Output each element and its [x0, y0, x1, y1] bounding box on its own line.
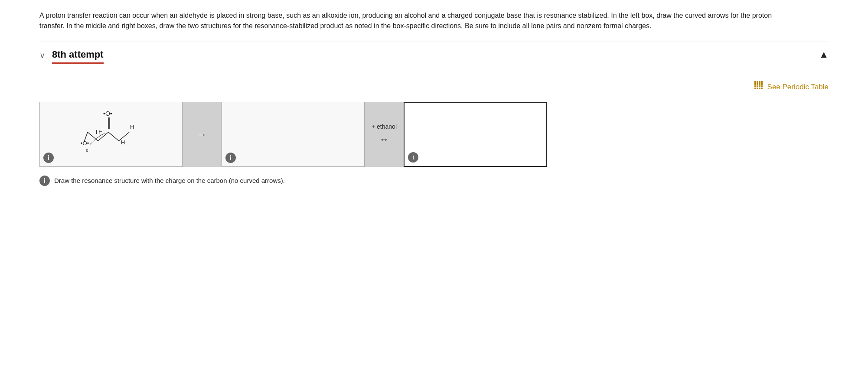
double-arrow-symbol: ↔: [379, 132, 389, 146]
svg-rect-7: [761, 83, 763, 85]
section-divider: [39, 42, 829, 42]
svg-line-21: [108, 132, 119, 141]
svg-rect-11: [761, 85, 763, 87]
svg-text:H: H: [96, 129, 100, 135]
reaction-row: •O• H H H •O• e: [39, 102, 829, 167]
left-molecule-svg: •O• H H H •O• e: [55, 106, 167, 163]
footnote-badge: i: [39, 176, 50, 186]
footnote-row: i Draw the resonance structure with the …: [39, 176, 829, 186]
svg-rect-8: [754, 85, 756, 87]
arrow-connector-2: + ethanol ↔: [365, 102, 404, 167]
svg-rect-5: [757, 83, 758, 85]
svg-text:H: H: [121, 139, 125, 146]
svg-rect-2: [759, 81, 760, 83]
svg-rect-14: [759, 88, 760, 89]
periodic-table-link-text: See Periodic Table: [767, 81, 829, 93]
right-box-info-badge[interactable]: i: [408, 152, 418, 163]
svg-rect-3: [761, 81, 763, 83]
periodic-table-link-row: See Periodic Table: [39, 81, 829, 93]
attempt-header: ∨ 8th attempt ▲: [39, 47, 829, 64]
svg-rect-15: [761, 88, 763, 89]
svg-rect-9: [757, 85, 758, 87]
attempt-label: 8th attempt: [52, 47, 104, 64]
svg-rect-10: [759, 85, 760, 87]
page-container: A proton transfer reaction can occur whe…: [22, 0, 846, 203]
attempt-header-left: ∨ 8th attempt: [39, 47, 104, 64]
chevron-down-icon[interactable]: ∨: [39, 50, 45, 62]
middle-reaction-box[interactable]: i: [222, 102, 365, 167]
arrow-up-icon[interactable]: ▲: [819, 47, 829, 62]
svg-rect-0: [754, 81, 756, 83]
svg-rect-13: [757, 88, 758, 89]
svg-rect-12: [754, 88, 756, 89]
left-box-info-badge[interactable]: i: [43, 153, 54, 163]
arrow2-label: + ethanol: [372, 122, 397, 131]
middle-box-info-badge[interactable]: i: [225, 153, 236, 163]
svg-rect-1: [757, 81, 758, 83]
svg-text:H: H: [130, 124, 134, 130]
periodic-table-link[interactable]: See Periodic Table: [754, 81, 829, 93]
arrow-connector-1: →: [183, 102, 222, 167]
svg-text:•O•: •O•: [103, 110, 112, 117]
svg-rect-6: [759, 83, 760, 85]
footnote-text: Draw the resonance structure with the ch…: [54, 176, 285, 186]
forward-arrow-symbol: →: [197, 127, 207, 142]
description-text: A proton transfer reaction can occur whe…: [39, 10, 777, 31]
periodic-table-grid-icon: [754, 81, 764, 90]
right-reaction-box[interactable]: i: [404, 102, 547, 167]
periodic-table-icon: [754, 81, 764, 93]
svg-text:e: e: [86, 148, 88, 153]
svg-text:•O•: •O•: [81, 140, 89, 146]
left-reaction-box[interactable]: •O• H H H •O• e: [39, 102, 183, 167]
svg-rect-4: [754, 83, 756, 85]
